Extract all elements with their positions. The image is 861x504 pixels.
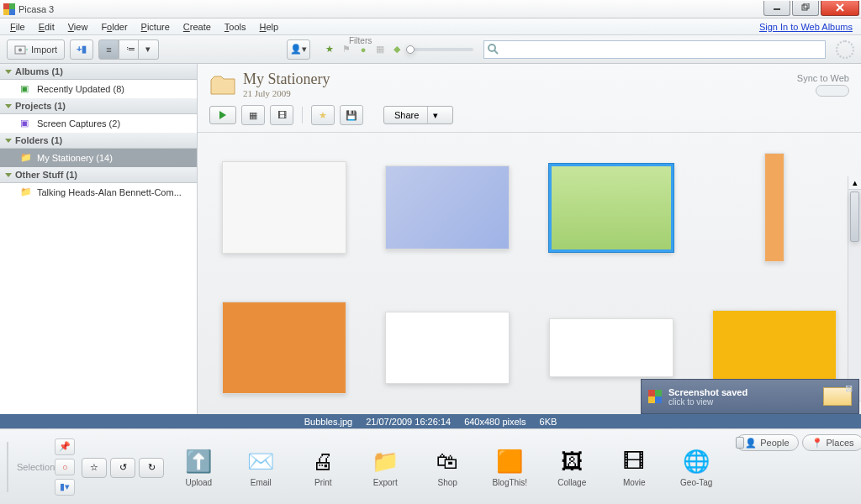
menu-tools[interactable]: Tools	[218, 20, 253, 34]
menubar: File Edit View Folder Picture Create Too…	[0, 18, 861, 35]
import-button[interactable]: Import	[7, 39, 65, 60]
add-to-album-button[interactable]: ▮▾	[55, 479, 75, 496]
scrollbar-thumb[interactable]	[850, 192, 859, 242]
content: Albums (1) ▣Recently Updated (8) Project…	[0, 64, 861, 414]
sidebar-group-other[interactable]: Other Stuff (1)	[0, 167, 197, 183]
menu-view[interactable]: View	[61, 20, 95, 34]
thumbnail[interactable]	[549, 318, 673, 377]
expand-icon	[5, 139, 12, 143]
filter-star-icon[interactable]: ★	[322, 42, 337, 57]
close-button[interactable]	[821, 1, 859, 16]
bottom-bar: Selection 📌 ○ ▮▾ ☆ ↺ ↻ ⬆️Upload✉️Email🖨P…	[0, 428, 861, 504]
thumbnail[interactable]	[385, 165, 510, 249]
album-icon: ▣	[20, 83, 32, 95]
action-collage[interactable]: 🖼Collage	[549, 446, 594, 487]
movie-icon: 🎞	[619, 446, 649, 476]
menu-help[interactable]: Help	[253, 20, 286, 34]
sync-toggle[interactable]	[816, 85, 849, 97]
filter-bar: ★ ⚑ ● ▦ ◆	[322, 42, 473, 57]
clear-button[interactable]: ○	[55, 459, 75, 475]
slideshow-button[interactable]	[209, 106, 236, 124]
album-add-icon: ▮▾	[60, 481, 70, 492]
scroll-up-button[interactable]: ▴	[848, 176, 861, 190]
capture-icon: ▣	[20, 118, 32, 129]
action-export[interactable]: 📁Export	[362, 446, 408, 487]
menu-picture[interactable]: Picture	[135, 20, 177, 34]
thumbnail[interactable]	[222, 161, 346, 254]
thumbnail[interactable]	[712, 310, 837, 386]
status-datetime: 21/07/2009 16:26:14	[366, 417, 451, 427]
action-shop[interactable]: 🛍Shop	[425, 446, 470, 487]
selection-label: Selection	[17, 462, 55, 472]
save-button[interactable]: 💾	[340, 105, 363, 125]
menu-create[interactable]: Create	[177, 20, 218, 34]
view-mode-group: ≡ ≔ ▾	[98, 39, 159, 60]
filter-tag-icon[interactable]: ◆	[389, 42, 404, 57]
sidebar-item-my-stationery[interactable]: 📁My Stationery (14)	[0, 149, 197, 167]
places-button[interactable]: 📍Places	[802, 434, 861, 451]
svg-point-7	[489, 45, 495, 51]
view-dropdown-button[interactable]: ▾	[139, 39, 159, 60]
star-button[interactable]: ★	[311, 105, 335, 125]
sidebar-group-albums[interactable]: Albums (1)	[0, 64, 197, 80]
thumbnail[interactable]	[764, 153, 784, 262]
action-upload[interactable]: ⬆️Upload	[176, 446, 221, 487]
view-list-button[interactable]: ≡	[98, 39, 119, 60]
titlebar: Picasa 3	[0, 0, 861, 18]
thumbnail[interactable]	[222, 302, 346, 394]
date-slider-thumb[interactable]	[406, 45, 415, 54]
menu-folder[interactable]: Folder	[94, 20, 134, 34]
status-dimensions: 640x480 pixels	[464, 417, 526, 427]
notification-title: Screenshot saved	[668, 387, 747, 397]
date-slider[interactable]	[406, 48, 473, 51]
rotate-right-button[interactable]: ↻	[139, 458, 164, 478]
notification-close-button[interactable]: ⊠	[845, 383, 855, 393]
toolbar: Import +▮ ≡ ≔ ▾ 👤▾ Filters ★ ⚑ ● ▦ ◆	[0, 35, 861, 64]
filter-grid-icon[interactable]: ▦	[372, 42, 388, 57]
expand-icon	[5, 173, 12, 177]
person-icon: 👤▾	[290, 44, 307, 55]
star-toggle-button[interactable]: ☆	[82, 458, 107, 478]
thumbnail[interactable]	[549, 164, 673, 252]
people-button[interactable]: 👤People	[736, 434, 798, 451]
tree-icon: ≔	[126, 44, 135, 55]
rotate-left-button[interactable]: ↺	[110, 458, 135, 478]
share-dropdown[interactable]: ▾	[427, 107, 442, 123]
minimize-button[interactable]	[763, 1, 790, 16]
sign-in-link[interactable]: Sign In to Web Albums	[759, 22, 858, 32]
sidebar-group-folders[interactable]: Folders (1)	[0, 133, 197, 149]
action-movie[interactable]: 🎞Movie	[611, 446, 657, 487]
hold-button[interactable]: 📌	[55, 438, 75, 455]
sidebar-group-projects[interactable]: Projects (1)	[0, 98, 197, 114]
share-button[interactable]: Share ▾	[383, 106, 453, 124]
add-button[interactable]: +▮	[70, 39, 93, 60]
sync-to-web[interactable]: Sync to Web	[797, 73, 849, 97]
view-tree-button[interactable]: ≔	[119, 39, 139, 60]
action-blogthis[interactable]: 🟧BlogThis!	[487, 446, 532, 487]
maximize-button[interactable]	[792, 1, 819, 16]
filter-menu-button[interactable]: 👤▾	[287, 39, 310, 60]
collage-button[interactable]: ▦	[241, 105, 265, 125]
action-geotag[interactable]: 🌐Geo-Tag	[673, 446, 719, 487]
thumbnail[interactable]	[385, 312, 510, 384]
folder-large-icon	[209, 71, 236, 98]
rotate-right-icon: ↻	[148, 462, 156, 473]
movie-button[interactable]: 🎞	[270, 105, 293, 125]
expand-icon	[5, 104, 12, 108]
notification-toast[interactable]: Screenshot saved click to view ⊠	[641, 379, 859, 414]
film-icon: 🎞	[277, 110, 287, 120]
action-label: Collage	[557, 478, 586, 487]
search-input[interactable]	[483, 40, 826, 59]
selection-thumbnail[interactable]	[7, 442, 8, 492]
menu-file[interactable]: File	[3, 20, 32, 34]
action-print[interactable]: 🖨Print	[300, 446, 346, 487]
sidebar-item-label: My Stationery (14)	[37, 153, 113, 163]
window-title: Picasa 3	[18, 4, 54, 14]
sidebar-item-talking-heads[interactable]: 📁Talking Heads-Alan Bennett-Com...	[0, 183, 197, 202]
menu-edit[interactable]: Edit	[32, 20, 61, 34]
rotate-left-icon: ↺	[119, 462, 127, 473]
zoom-thumb[interactable]	[736, 437, 744, 449]
sidebar-item-screen-captures[interactable]: ▣Screen Captures (2)	[0, 114, 197, 133]
action-email[interactable]: ✉️Email	[238, 446, 283, 487]
sidebar-item-recently-updated[interactable]: ▣Recently Updated (8)	[0, 80, 197, 98]
